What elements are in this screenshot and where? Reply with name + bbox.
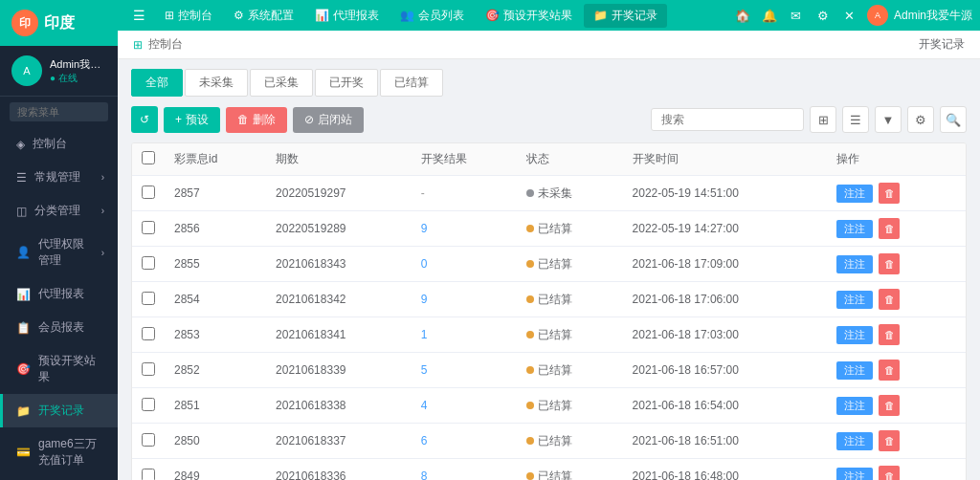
sidebar-item-agent-report[interactable]: 📊 代理报表 xyxy=(0,277,118,311)
cell-period: 20220519289 xyxy=(266,211,412,247)
cell-actions: 注注 🗑 xyxy=(827,459,966,481)
row-delete-button[interactable]: 🗑 xyxy=(879,253,900,274)
topnav-item-presale[interactable]: 🎯 预设开奖站果 xyxy=(476,4,582,28)
result-link[interactable]: 9 xyxy=(421,222,428,235)
detail-button[interactable]: 注注 xyxy=(836,185,873,203)
detail-button[interactable]: 注注 xyxy=(836,291,873,309)
select-all-checkbox[interactable] xyxy=(142,151,155,164)
row-delete-button[interactable]: 🗑 xyxy=(879,466,900,480)
row-delete-button[interactable]: 🗑 xyxy=(879,183,900,204)
filter-button[interactable]: ▼ xyxy=(875,106,902,133)
row-delete-button[interactable]: 🗑 xyxy=(879,218,900,239)
tab-unclaimed[interactable]: 未采集 xyxy=(185,69,248,97)
topnav-home-icon[interactable]: 🏠 xyxy=(733,6,752,25)
result-link[interactable]: 0 xyxy=(421,257,428,271)
topnav-item-member[interactable]: 👥 会员列表 xyxy=(390,4,474,28)
row-checkbox[interactable] xyxy=(142,398,155,411)
sidebar-item-game6[interactable]: 💳 game6三万充值订单 xyxy=(0,427,118,477)
sidebar-search-wrap xyxy=(0,97,118,127)
row-delete-button[interactable]: 🗑 xyxy=(879,430,900,451)
topnav-close-icon[interactable]: ✕ xyxy=(840,6,859,25)
row-checkbox[interactable] xyxy=(142,327,155,340)
sidebar-item-label: 常规管理 xyxy=(34,169,80,185)
sidebar-item-presale[interactable]: 🎯 预设开奖站果 xyxy=(0,344,118,394)
refresh-button[interactable]: ↺ xyxy=(131,106,158,133)
row-checkbox[interactable] xyxy=(142,362,155,376)
column-settings-button[interactable]: ⚙ xyxy=(907,106,934,133)
row-checkbox[interactable] xyxy=(142,256,155,270)
status-dot xyxy=(526,225,534,232)
stop-icon: ⊘ xyxy=(304,113,314,126)
topnav-mail-icon[interactable]: ✉ xyxy=(787,6,806,25)
row-delete-button[interactable]: 🗑 xyxy=(879,289,900,310)
sidebar-item-dashboard[interactable]: ◈ 控制台 xyxy=(0,127,118,161)
search-input[interactable] xyxy=(651,108,804,131)
stop-button[interactable]: ⊘ 启闭站 xyxy=(293,107,364,133)
cell-period: 20210618341 xyxy=(266,317,412,353)
stop-label: 启闭站 xyxy=(318,112,352,128)
sidebar-item-lottery[interactable]: 📁 开奖记录 xyxy=(0,394,118,427)
topnav-item-agent-report[interactable]: 📊 代理报表 xyxy=(305,4,389,28)
topnav-user[interactable]: A Admin我爱牛源 xyxy=(867,5,972,26)
data-table: 彩票息id 期数 开奖结果 状态 开奖时间 操作 2857 2022051929… xyxy=(131,142,967,480)
cell-result: 6 xyxy=(412,424,517,459)
result-link[interactable]: 1 xyxy=(421,328,428,341)
sidebar-item-common[interactable]: ☰ 常规管理 › xyxy=(0,161,118,194)
topnav-item-dashboard[interactable]: ⊞ 控制台 xyxy=(155,4,222,28)
game6-icon: 💳 xyxy=(16,446,31,459)
row-checkbox[interactable] xyxy=(142,469,155,481)
list-view-button[interactable]: ☰ xyxy=(842,106,869,133)
row-delete-button[interactable]: 🗑 xyxy=(879,324,900,345)
table-row: 2852 20210618339 5 已结算 2021-06-18 16:57:… xyxy=(132,353,966,388)
cell-result: 8 xyxy=(412,459,517,481)
cell-result: 0 xyxy=(412,247,517,282)
detail-button[interactable]: 注注 xyxy=(836,397,873,415)
tab-all[interactable]: 全部 xyxy=(131,69,183,97)
topnav-bell-icon[interactable]: 🔔 xyxy=(760,6,779,25)
row-delete-button[interactable]: 🗑 xyxy=(879,360,900,381)
result-link[interactable]: 4 xyxy=(421,399,428,412)
tab-finished[interactable]: 已结算 xyxy=(380,69,443,97)
delete-button[interactable]: 🗑 删除 xyxy=(226,107,287,133)
grid-view-button[interactable]: ⊞ xyxy=(810,106,836,133)
topnav-settings-icon[interactable]: ⚙ xyxy=(813,6,833,25)
delete-label: 删除 xyxy=(253,112,276,128)
topnav-item-system[interactable]: ⚙ 系统配置 xyxy=(224,4,303,28)
topnav-item-lottery[interactable]: 📁 开奖记录 xyxy=(584,4,667,28)
expand-button[interactable]: 🔍 xyxy=(940,106,967,133)
result-link[interactable]: 5 xyxy=(421,363,428,377)
col-actions: 操作 xyxy=(827,143,966,176)
detail-button[interactable]: 注注 xyxy=(836,432,873,450)
col-result: 开奖结果 xyxy=(412,143,517,176)
detail-button[interactable]: 注注 xyxy=(836,361,873,380)
detail-button[interactable]: 注注 xyxy=(836,326,873,344)
topnav-item-label: 会员列表 xyxy=(418,8,464,24)
tab-claimed[interactable]: 已采集 xyxy=(250,69,313,97)
hamburger-button[interactable]: ☰ xyxy=(125,4,153,27)
tab-settled[interactable]: 已开奖 xyxy=(315,69,378,97)
sidebar-item-member-report[interactable]: 📋 会员报表 xyxy=(0,311,118,344)
topnav-user-name: Admin我爱牛源 xyxy=(894,8,972,24)
sidebar-item-category[interactable]: ◫ 分类管理 › xyxy=(0,194,118,228)
result-link[interactable]: 6 xyxy=(421,434,428,447)
row-checkbox[interactable] xyxy=(142,292,155,305)
row-checkbox[interactable] xyxy=(142,221,155,234)
detail-button[interactable]: 注注 xyxy=(836,468,873,480)
sidebar-search-input[interactable] xyxy=(10,102,108,121)
table-row: 2850 20210618337 6 已结算 2021-06-18 16:51:… xyxy=(132,424,966,459)
result-link[interactable]: 8 xyxy=(421,469,428,480)
cell-status: 已结算 xyxy=(517,459,622,481)
row-delete-button[interactable]: 🗑 xyxy=(879,395,900,416)
sidebar-item-agent[interactable]: 👤 代理权限管理 › xyxy=(0,228,118,277)
detail-button[interactable]: 注注 xyxy=(836,220,873,238)
row-checkbox[interactable] xyxy=(142,185,155,199)
result-link[interactable]: 9 xyxy=(421,293,428,306)
sidebar-item-label: 会员报表 xyxy=(38,319,84,336)
avatar: A xyxy=(11,55,42,86)
sidebar-item-label: game6三万充值订单 xyxy=(38,436,104,469)
add-button[interactable]: + 预设 xyxy=(164,107,220,133)
detail-button[interactable]: 注注 xyxy=(836,255,873,273)
topnav-item-label: 开奖记录 xyxy=(612,8,657,24)
row-checkbox[interactable] xyxy=(142,433,155,447)
cell-time: 2022-05-19 14:27:00 xyxy=(623,211,827,247)
